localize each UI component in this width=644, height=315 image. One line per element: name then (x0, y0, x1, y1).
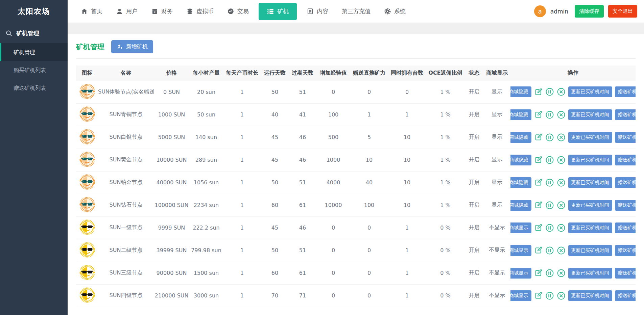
gift-miner-button[interactable]: 赠送矿机 (615, 245, 636, 256)
gift-miner-button[interactable]: 赠送矿机 (615, 200, 636, 211)
delete-icon[interactable] (557, 110, 566, 119)
pause-icon[interactable] (545, 223, 554, 232)
miner-name: SUN四级节点 (98, 284, 154, 307)
nav-item-trade[interactable]: 交易 (221, 0, 255, 23)
update-bought-time-button[interactable]: 更新已买矿机时间 (568, 86, 612, 97)
pause-icon[interactable] (545, 291, 554, 300)
delete-icon[interactable] (557, 133, 566, 142)
edit-icon[interactable] (534, 246, 543, 255)
delete-icon[interactable] (557, 291, 566, 300)
edit-icon[interactable] (534, 87, 543, 97)
actions-cell: 商城显示 (510, 284, 636, 307)
nav-item-finance[interactable]: ¥ 财务 (145, 0, 178, 23)
update-bought-time-button[interactable]: 更新已买矿机时间 (568, 132, 612, 143)
miner-shop-visible: 不显示 (483, 216, 510, 239)
delete-icon[interactable] (557, 201, 566, 210)
edit-icon[interactable] (534, 178, 543, 187)
miner-max-count: 0 (388, 81, 426, 103)
miner-daily-hours: 1 (223, 103, 261, 126)
avatar[interactable]: a (534, 5, 546, 17)
gift-miner-button[interactable]: 赠送矿机 (615, 109, 636, 120)
pause-icon[interactable] (545, 268, 554, 278)
add-miner-button[interactable]: 新增矿机 (111, 40, 153, 53)
gift-miner-button[interactable]: 赠送矿机 (615, 155, 636, 165)
update-bought-time-button[interactable]: 更新已买矿机时间 (568, 155, 612, 165)
update-bought-time-button[interactable]: 更新已买矿机时间 (568, 245, 612, 256)
miner-icon-cell (76, 194, 98, 216)
nav-item-content[interactable]: 内容 (301, 0, 334, 23)
edit-icon[interactable] (534, 133, 543, 142)
miner-exp-gain: 0 (316, 216, 350, 239)
miner-status: 开启 (465, 284, 483, 307)
shop-toggle-button[interactable]: 商城显示 (510, 245, 531, 256)
delete-icon[interactable] (557, 223, 566, 232)
table-row: SUN四级节点 210000 SUN 3000 sun 1 70 71 0 0 … (76, 284, 636, 307)
delete-icon[interactable] (557, 246, 566, 255)
miner-exp-gain: 0 (316, 239, 350, 262)
table-header: 图标 名称 价格 每小时产量 每天产币时长 运行天数 过期天数 增加经验值 赠送… (76, 65, 636, 81)
update-bought-time-button[interactable]: 更新已买矿机时间 (568, 290, 612, 301)
miner-gift-power: 5 (350, 126, 388, 149)
pause-icon[interactable] (545, 87, 554, 97)
update-bought-time-button[interactable]: 更新已买矿机时间 (568, 109, 612, 120)
nav-item-system[interactable]: 系统 (378, 0, 411, 23)
update-bought-time-button[interactable]: 更新已买矿机时间 (568, 268, 612, 279)
miner-gift-power: 0 (350, 216, 388, 239)
pause-icon[interactable] (545, 155, 554, 164)
miner-daily-hours: 1 (223, 239, 261, 262)
shop-toggle-button[interactable]: 商城隐藏 (510, 177, 531, 188)
edit-icon[interactable] (534, 223, 543, 232)
miner-status: 开启 (465, 126, 483, 149)
clear-cache-button[interactable]: 清除缓存 (575, 5, 604, 18)
nav-label: 虚拟币 (196, 7, 214, 15)
shop-toggle-button[interactable]: 商城显示 (510, 290, 531, 301)
sidebar-item-bought-miners[interactable]: 购买矿机列表 (0, 61, 68, 79)
shop-toggle-button[interactable]: 商城显示 (510, 268, 531, 279)
pause-icon[interactable] (545, 178, 554, 187)
update-bought-time-button[interactable]: 更新已买矿机时间 (568, 200, 612, 211)
nav-item-virtual-coin[interactable]: 虚拟币 (181, 0, 219, 23)
shop-toggle-button[interactable]: 商城隐藏 (510, 109, 531, 120)
actions-cell: 商城隐藏 (510, 171, 636, 194)
edit-icon[interactable] (534, 155, 543, 164)
miner-run-days: 60 (261, 262, 289, 284)
shop-toggle-button[interactable]: 商城隐藏 (510, 155, 531, 165)
nav-item-home[interactable]: 首页 (75, 0, 108, 23)
edit-icon[interactable] (534, 201, 543, 210)
edit-icon[interactable] (534, 291, 543, 300)
gift-miner-button[interactable]: 赠送矿机 (615, 132, 636, 143)
miner-icon-cell (76, 103, 98, 126)
sidebar-item-gifted-miners[interactable]: 赠送矿机列表 (0, 79, 68, 97)
update-bought-time-button[interactable]: 更新已买矿机时间 (568, 222, 612, 233)
gift-miner-button[interactable]: 赠送矿机 (615, 268, 636, 279)
delete-icon[interactable] (557, 178, 566, 187)
shop-toggle-button[interactable]: 商城隐藏 (510, 132, 531, 143)
pause-icon[interactable] (545, 133, 554, 142)
svg-text:¥: ¥ (154, 10, 156, 14)
nav-item-third-party-recharge[interactable]: 第三方充值 (336, 0, 376, 23)
nav-item-miner[interactable]: 矿机 (259, 3, 297, 20)
logout-button[interactable]: 安全退出 (608, 5, 637, 18)
gift-miner-button[interactable]: 赠送矿机 (615, 86, 636, 97)
miner-gift-power: 10 (350, 149, 388, 171)
pause-icon[interactable] (545, 201, 554, 210)
shop-toggle-button[interactable]: 商城隐藏 (510, 200, 531, 211)
pause-icon[interactable] (545, 110, 554, 119)
nav-item-users[interactable]: 用户 (110, 0, 143, 23)
shop-toggle-button[interactable]: 商城隐藏 (510, 86, 531, 97)
sidebar-item-miner-manage[interactable]: 矿机管理 (0, 43, 68, 61)
gift-miner-button[interactable]: 赠送矿机 (615, 177, 636, 188)
delete-icon[interactable] (557, 87, 566, 97)
gift-miner-button[interactable]: 赠送矿机 (615, 290, 636, 301)
delete-icon[interactable] (557, 268, 566, 278)
miner-exp-gain: 0 (316, 262, 350, 284)
miner-shop-visible: 显示 (483, 149, 510, 171)
gift-miner-button[interactable]: 赠送矿机 (615, 222, 636, 233)
sidebar-group-header[interactable]: 矿机管理 (0, 23, 68, 43)
pause-icon[interactable] (545, 246, 554, 255)
edit-icon[interactable] (534, 110, 543, 119)
update-bought-time-button[interactable]: 更新已买矿机时间 (568, 177, 612, 188)
shop-toggle-button[interactable]: 商城显示 (510, 222, 531, 233)
delete-icon[interactable] (557, 155, 566, 164)
edit-icon[interactable] (534, 268, 543, 278)
